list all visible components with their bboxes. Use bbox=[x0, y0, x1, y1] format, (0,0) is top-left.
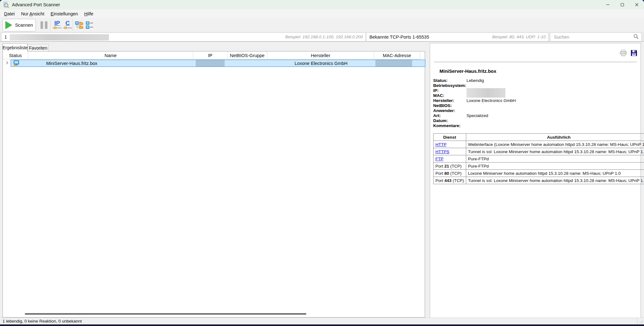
menu-datei[interactable]: Datei bbox=[1, 10, 18, 17]
menu-einstellungen[interactable]: Einstellungen bbox=[47, 10, 81, 17]
scrollbar-thumb[interactable] bbox=[25, 313, 306, 315]
collapse-list-icon[interactable] bbox=[85, 21, 94, 29]
detail-kommentare: Kommentare: bbox=[433, 123, 634, 128]
details-panel: MiniServer-Haus.fritz.box Status:Lebendi… bbox=[430, 43, 641, 318]
results-header: Status Name IP NetBIOS-Gruppe Hersteller… bbox=[3, 51, 420, 59]
column-ip[interactable]: IP bbox=[193, 51, 227, 59]
selected-row-highlight: MiniServer-Haus.fritz.box Loxone Electro… bbox=[11, 60, 425, 67]
window-title: Advanced Port Scanner bbox=[12, 2, 60, 7]
panel-actions bbox=[619, 49, 638, 57]
service-detail: Webinterface (Loxone Miniserver home aut… bbox=[466, 141, 644, 148]
column-status[interactable]: Status bbox=[3, 51, 28, 59]
scan-input-row: 1 Beispiel: 192.168.0.1-100, 192.168.0.2… bbox=[0, 33, 644, 42]
service-row-port-443: Port 443 (TCP) Tunnel is ssl: Loxone Min… bbox=[434, 177, 644, 184]
service-detail: Pure-FTPd bbox=[466, 163, 644, 170]
service-link-ftp[interactable]: FTP bbox=[435, 157, 444, 161]
details-title: MiniServer-Haus.fritz.box bbox=[439, 68, 496, 74]
toolbar-separator bbox=[73, 19, 73, 31]
service-row-ftp: FTP Pure-FTPd bbox=[434, 155, 644, 163]
service-detail: Tunnel is ssl: Loxone Miniserver home au… bbox=[466, 177, 644, 184]
detail-datum: Datum: bbox=[433, 118, 634, 123]
detail-betriebssystem: Betriebssystem: bbox=[433, 83, 634, 88]
panel-divider bbox=[434, 62, 637, 62]
mac-redaction-block bbox=[375, 60, 412, 67]
column-netbios[interactable]: NetBIOS-Gruppe bbox=[227, 51, 267, 59]
maximize-icon[interactable] bbox=[615, 0, 630, 9]
results-pane: Status Name IP NetBIOS-Gruppe Hersteller… bbox=[3, 51, 425, 318]
status-bar: 1 lebendig, 0 keine Reaktion, 0 unbekann… bbox=[0, 318, 644, 324]
services-col-ausfuehrlich: Ausführlich bbox=[466, 134, 644, 141]
search-field bbox=[550, 33, 641, 41]
ip-mac-redaction-block bbox=[467, 88, 505, 98]
column-name[interactable]: Name bbox=[28, 51, 193, 59]
ports-hint: Beispiel: 80, 443, UDP: 1-10 bbox=[492, 35, 546, 39]
status-bar-separator bbox=[637, 319, 637, 324]
detail-status: Status:Lebendig bbox=[433, 78, 634, 83]
service-port-label: Port 80 (TCP) bbox=[434, 170, 466, 177]
service-link-https[interactable]: HTTPS bbox=[435, 149, 449, 154]
service-row-https: HTTPS Tunnel is ssl: Loxone Miniserver h… bbox=[434, 148, 644, 155]
services-header: Dienst Ausführlich bbox=[434, 134, 644, 141]
service-detail: Loxone Miniserver home automation httpd … bbox=[466, 170, 644, 177]
search-icon[interactable] bbox=[633, 34, 639, 40]
search-input[interactable] bbox=[553, 34, 633, 40]
table-row[interactable]: MiniServer-Haus.fritz.box Loxone Electro… bbox=[3, 60, 425, 67]
column-mac[interactable]: MAC-Adresse bbox=[374, 51, 420, 59]
minimize-icon[interactable] bbox=[601, 0, 615, 9]
save-icon[interactable] bbox=[630, 49, 638, 57]
services-table: Dienst Ausführlich HTTP Webinterface (Lo… bbox=[433, 133, 644, 184]
service-port-label: Port 443 (TCP) bbox=[434, 177, 466, 184]
host-vendor: Loxone Electronics GmbH bbox=[268, 61, 374, 66]
c-class-scan-icon[interactable]: C bbox=[62, 20, 73, 29]
service-detail: Pure-FTPd bbox=[466, 155, 644, 163]
service-row-port-21: Port 21 (TCP) Pure-FTPd bbox=[434, 163, 644, 170]
detail-anwender: Anwender: bbox=[433, 108, 634, 113]
service-row-port-80: Port 80 (TCP) Loxone Miniserver home aut… bbox=[434, 170, 644, 177]
ports-value: Bekannte TCP-Ports 1-65535 bbox=[369, 35, 429, 40]
detail-ip: IP: bbox=[433, 88, 634, 93]
service-row-http: HTTP Webinterface (Loxone Miniserver hom… bbox=[434, 141, 644, 148]
service-port-label: Port 21 (TCP) bbox=[434, 163, 466, 170]
app-icon bbox=[3, 2, 9, 8]
play-icon bbox=[5, 21, 12, 29]
expand-tree-icon[interactable] bbox=[75, 21, 84, 29]
ip-range-redaction bbox=[10, 34, 109, 40]
ip-range-hint: Beispiel: 192.168.0.1-100, 192.168.0.200 bbox=[285, 35, 363, 39]
service-link-http[interactable]: HTTP bbox=[435, 142, 446, 147]
menu-bar: Datei Nur Ansicht Einstellungen Hilfe bbox=[0, 9, 644, 18]
resize-grip[interactable] bbox=[639, 320, 643, 323]
scan-button[interactable]: Scannen bbox=[3, 19, 36, 31]
column-hersteller[interactable]: Hersteller bbox=[267, 51, 374, 59]
toolbar-separator bbox=[50, 19, 51, 31]
window-controls bbox=[601, 0, 644, 9]
computer-monitor-icon bbox=[13, 60, 19, 67]
print-icon[interactable] bbox=[619, 49, 627, 57]
horizontal-scrollbar[interactable] bbox=[3, 312, 425, 315]
detail-netbios: NetBIOS: bbox=[433, 103, 634, 108]
menu-hilfe[interactable]: Hilfe bbox=[81, 10, 96, 17]
ip-range-field[interactable]: 1 Beispiel: 192.168.0.1-100, 192.168.0.2… bbox=[1, 33, 366, 41]
close-icon[interactable] bbox=[630, 0, 644, 9]
chevron-right-icon[interactable] bbox=[5, 61, 10, 66]
tab-favoriten[interactable]: Favoriten bbox=[28, 44, 49, 51]
ip-range-value: 1 bbox=[4, 35, 7, 40]
scan-button-label: Scannen bbox=[15, 23, 33, 28]
app-window: Advanced Port Scanner Datei Nur Ansicht … bbox=[0, 0, 644, 326]
toolbar: Scannen IP C bbox=[0, 18, 644, 32]
details-list: Status:Lebendig Betriebssystem: IP: MAC:… bbox=[433, 78, 634, 128]
detail-art: Art:Specialized bbox=[433, 113, 634, 118]
ports-field[interactable]: Bekannte TCP-Ports 1-65535 Beispiel: 80,… bbox=[366, 33, 548, 41]
services-col-dienst: Dienst bbox=[434, 134, 466, 141]
pause-icon[interactable] bbox=[41, 21, 47, 29]
detail-mac: MAC: bbox=[433, 93, 634, 98]
tab-ergebnisliste[interactable]: Ergebnisliste bbox=[3, 43, 28, 51]
menu-ansicht[interactable]: Nur Ansicht bbox=[18, 10, 47, 17]
ip-scan-icon[interactable]: IP bbox=[52, 20, 63, 29]
detail-hersteller: Hersteller:Loxone Electronics GmbH bbox=[433, 98, 634, 103]
status-bar-text: 1 lebendig, 0 keine Reaktion, 0 unbekann… bbox=[3, 319, 82, 323]
ip-redaction-block bbox=[196, 60, 225, 67]
taskbar-edge bbox=[0, 324, 644, 326]
title-bar: Advanced Port Scanner bbox=[0, 0, 644, 9]
sort-ascending-icon bbox=[209, 51, 212, 56]
host-name: MiniServer-Haus.fritz.box bbox=[46, 61, 97, 66]
